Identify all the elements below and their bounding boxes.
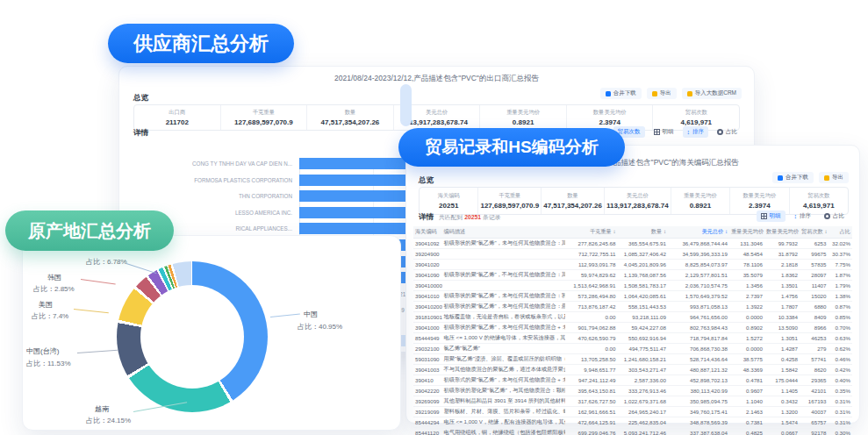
detail-label: 详情 [419, 212, 434, 223]
cell: 13,705,258.50 [565, 356, 618, 362]
action-button-导出[interactable]: 导出 [819, 172, 849, 183]
view-control-占比[interactable]: 占比 [820, 210, 849, 222]
cell: 277,826,245.68 [565, 240, 618, 246]
cell: 2,587,336.00 [618, 377, 669, 383]
cell: 39041003 [413, 367, 442, 373]
action-button-导入大数据CRM[interactable]: 导入大数据CRM [682, 88, 742, 99]
view-control-排序[interactable]: ↕排序 [790, 210, 816, 222]
cell: 0.3432 [764, 398, 800, 404]
cell: 电气用绕组线，铜，绝缘绕组（包括漆包阻燃阳极氧化）电缆、电线（包… [442, 429, 565, 435]
scrollbar-thumb[interactable] [400, 84, 412, 126]
cell: 初级形状的聚"氯乙烯"，未与任何其他物质混合：悬浮级 PVC 树脂 [442, 303, 565, 310]
table-row: 39041000初级形状的聚"氯乙烯"，未与任何其他物质混合 + 未提供浓缩份量… [413, 323, 852, 333]
view-control-占比[interactable]: 占比 [713, 126, 742, 138]
summary-cell: 美元总价113,917,283,678.74 [605, 188, 671, 214]
summary-label: 数量美元均价 [593, 109, 627, 117]
cell: 2,129,577,801.51 [668, 272, 729, 278]
cell: 225,462,835.04 [618, 419, 669, 425]
cell: 初级形状的塑化聚"氯乙烯"，与其他物质混合：颗粒 [442, 387, 565, 395]
cell: 78.1106 [729, 261, 764, 267]
cell: 1.38% [829, 293, 853, 299]
cell: 8,825,854,073.97 [668, 261, 729, 267]
table-row: 39042220初级形状的塑化聚"氯乙烯"，与其他物质混合：颗粒395,643,… [413, 386, 852, 396]
view-control-明细[interactable]: 明细 [757, 210, 786, 222]
cell: 1,064,420,085.61 [618, 293, 669, 299]
summary-label: 数量 [567, 192, 578, 200]
summary-value: 0.8921 [690, 202, 711, 210]
donut-hole [140, 285, 244, 389]
cell: 92178 [800, 430, 829, 435]
donut-label-pct: 占比：24.15% [86, 416, 131, 425]
view-control-明细[interactable]: 明细 [649, 126, 678, 138]
summary-cell: 数量47,517,354,207.26 [542, 188, 605, 214]
overview-label: 总览 [133, 93, 148, 103]
cell: 59,424,227.08 [618, 324, 669, 331]
cell: 1,508,581,783.17 [618, 282, 669, 289]
leader-line [270, 313, 300, 317]
cell: 31.8792 [764, 251, 800, 257]
summary-cell: 出口商211702 [134, 105, 221, 130]
cell: 电压 <= 1,000 V 的绝缘电导体，未安装连接器，其他绝缘（包括漆包… [442, 334, 565, 342]
cell: 1.5842 [764, 367, 800, 373]
chip-label: 排序 [692, 128, 704, 136]
table-row: 39041003不与其他物质混合的聚氯乙烯，通过本体或悬浮聚合工艺获得的聚氯乙…… [413, 365, 852, 375]
cell: 46253 [800, 335, 829, 341]
donut-label-name: 中国 [304, 310, 318, 319]
cell: 57741 [800, 356, 829, 362]
donut-label-name: 美国 [39, 300, 53, 310]
summary-label: 贸易次数 [807, 192, 829, 200]
cell: 6880 [800, 303, 829, 310]
cell: 99.7932 [764, 240, 800, 246]
column-header-数量[interactable]: 数量 ↕ [618, 228, 669, 236]
summary-value: 0.8921 [513, 118, 534, 126]
summary-cell: 千克重量127,689,597,070.9 [221, 105, 308, 130]
cell: 4,045,201,809.96 [618, 261, 669, 267]
match-count: 20251 [464, 214, 481, 220]
column-header-美元总价[interactable]: 美元总价 ↕ [668, 228, 729, 236]
cell: 99675 [800, 251, 829, 257]
column-header-数量美元均价: 数量美元均价 [764, 228, 800, 236]
cell: 167193 [800, 398, 829, 404]
chip-label: 占比 [833, 212, 844, 220]
summary-value: 127,689,597,070.9 [480, 202, 539, 210]
cell: 1,570,649,379.52 [668, 293, 729, 299]
cell: 2.1463 [729, 409, 764, 415]
ratio-icon [824, 213, 830, 219]
cell: 39041090 [413, 272, 442, 278]
summary-label: 海关编码 [438, 192, 460, 200]
download-icon [652, 91, 657, 96]
cell: 0.31% [829, 419, 853, 425]
summary-label: 贸易次数 [685, 109, 707, 117]
cell: 0.00 [565, 346, 618, 352]
cell: 初级形状的聚"氯乙烯"，不与任何其他物质混合：其他聚（氯乙烯）… [442, 271, 565, 279]
chip-label: 明细 [663, 128, 674, 136]
cell: 993,871,058.13 [668, 303, 729, 310]
table-row: 39041090初级形状的聚"氯乙烯"，不与任何其他物质混合：其他聚（氯乙烯）…… [413, 270, 852, 281]
donut-label-pct: 占比：40.95% [298, 322, 342, 332]
summary-value: 20251 [439, 202, 458, 210]
cell: 494,775,511.47 [618, 346, 669, 352]
cell: 氯乙烯"氯乙烯" [442, 345, 565, 353]
cell: 472,664,125.91 [565, 419, 618, 425]
column-header-千克重量[interactable]: 千克重量 ↕ [565, 228, 618, 236]
donut-label-name: 韩国 [47, 273, 61, 282]
cell: 1.4287 [764, 346, 800, 352]
cell: 其他塑料制品和品目 3901 至 3914 所列的其他材料制品（不包括 9619… [442, 397, 565, 405]
action-button-导出[interactable]: 导出 [647, 88, 677, 99]
summary-value: 2.3974 [599, 118, 620, 126]
cell: 2.7397 [729, 293, 764, 299]
column-header-贸易次数[interactable]: 贸易次数 ↕ [800, 228, 829, 236]
cell: 1.3200 [764, 409, 800, 415]
view-control-排序[interactable]: ↕排序 [683, 126, 709, 138]
summary-value: 2.3974 [749, 202, 770, 210]
summary-label: 千克重量 [253, 109, 275, 117]
cell: 1,139,768,087.56 [618, 272, 669, 278]
cell: 85444294 [413, 419, 442, 425]
cell: 349,760,175.41 [668, 409, 729, 415]
action-label: 导入大数据CRM [695, 89, 736, 97]
action-button-合并下载[interactable]: 合并下载 [600, 88, 642, 99]
cell: 10.3384 [764, 314, 800, 320]
cell: 718,794,817.84 [668, 335, 729, 341]
table-header-row: 海关编码编码描述千克重量 ↕数量 ↕美元总价 ↕重量美元均价数量美元均价贸易次数… [413, 226, 852, 239]
action-button-合并下载[interactable]: 合并下载 [772, 172, 814, 183]
